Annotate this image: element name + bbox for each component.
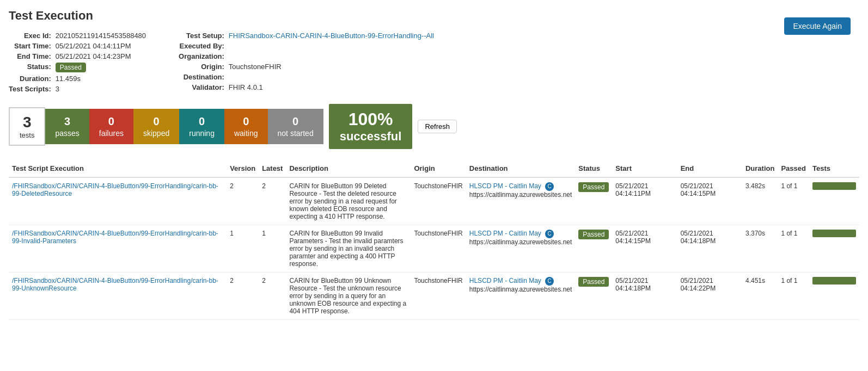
duration-label: Duration: — [9, 75, 51, 83]
waiting-box: 0 waiting — [224, 109, 268, 144]
destination-url: https://caitlinmay.azurewebsites.net — [469, 191, 572, 199]
destination-link[interactable]: HLSCD PM - Caitlin May — [469, 277, 541, 285]
results-table-section: Test Script Execution Version Latest Des… — [9, 160, 859, 320]
version-cell: 2 — [227, 177, 259, 225]
table-row: /FHIRSandbox/CARIN/CARIN-4-BlueButton/99… — [9, 225, 859, 273]
results-table: Test Script Execution Version Latest Des… — [9, 160, 859, 320]
version-cell: 2 — [227, 273, 259, 320]
skipped-num: 0 — [154, 114, 160, 128]
passed-cell: 1 of 1 — [778, 273, 809, 320]
status-cell: Passed — [575, 177, 612, 225]
test-setup-label: Test Setup: — [179, 32, 224, 40]
destination-link[interactable]: HLSCD PM - Caitlin May — [469, 182, 541, 190]
validator-label: Validator: — [179, 83, 224, 91]
progress-bar — [812, 277, 856, 285]
success-label: successful — [340, 129, 402, 144]
col-passed: Passed — [778, 160, 809, 177]
failures-box: 0 failures — [89, 109, 133, 144]
origin-value: TouchstoneFHIR — [229, 63, 434, 71]
status-label: Status: — [9, 63, 51, 72]
destination-cell: HLSCD PM - Caitlin May C https://caitlin… — [466, 225, 576, 273]
destination-value — [229, 73, 434, 81]
end-cell: 05/21/2021 04:14:18PM — [677, 225, 742, 273]
description-cell: CARIN for BlueButton 99 Invalid Paramete… — [286, 225, 411, 273]
test-setup-link[interactable]: FHIRSandbox-CARIN-CARIN-4-BlueButton-99-… — [229, 32, 434, 40]
script-link[interactable]: /FHIRSandbox/CARIN/CARIN-4-BlueButton/99… — [12, 230, 218, 245]
running-num: 0 — [199, 114, 205, 128]
passed-cell: 1 of 1 — [778, 225, 809, 273]
refresh-button[interactable]: Refresh — [418, 120, 457, 133]
running-label: running — [189, 128, 215, 138]
total-tests-num: 3 — [23, 114, 32, 131]
skipped-label: skipped — [143, 128, 169, 138]
script-link[interactable]: /FHIRSandbox/CARIN/CARIN-4-BlueButton/99… — [12, 182, 218, 197]
destination-cell: HLSCD PM - Caitlin May C https://caitlin… — [466, 177, 576, 225]
destination-link[interactable]: HLSCD PM - Caitlin May — [469, 230, 541, 237]
total-tests-box: 3 tests — [9, 107, 45, 146]
description-cell: CARIN for BlueButton 99 Deleted Resource… — [286, 177, 411, 225]
status-badge: Passed — [578, 182, 609, 192]
status-cell: Passed — [575, 273, 612, 320]
c-badge: C — [545, 277, 554, 286]
not-started-box: 0 not started — [268, 109, 323, 144]
skipped-box: 0 skipped — [133, 109, 179, 144]
table-header-row: Test Script Execution Version Latest Des… — [9, 160, 859, 177]
origin-cell: TouchstoneFHIR — [411, 225, 466, 273]
exec-id-label: Exec Id: — [9, 32, 51, 40]
col-latest: Latest — [259, 160, 286, 177]
latest-cell: 1 — [259, 225, 286, 273]
tests-cell — [809, 177, 859, 225]
waiting-num: 0 — [243, 114, 249, 128]
duration-value: 11.459s — [56, 75, 146, 83]
organization-label: Organization: — [179, 52, 224, 60]
progress-bar — [812, 182, 856, 190]
origin-label: Origin: — [179, 63, 224, 71]
script-link-cell[interactable]: /FHIRSandbox/CARIN/CARIN-4-BlueButton/99… — [9, 177, 227, 225]
duration-cell: 3.482s — [742, 177, 778, 225]
destination-label: Destination: — [179, 73, 224, 81]
passed-cell: 1 of 1 — [778, 177, 809, 225]
success-box: 100% successful — [329, 104, 413, 149]
duration-cell: 4.451s — [742, 273, 778, 320]
col-origin: Origin — [411, 160, 466, 177]
executed-by-value — [229, 42, 434, 50]
col-end: End — [677, 160, 742, 177]
start-time-value: 05/21/2021 04:14:11PM — [56, 42, 146, 50]
start-cell: 05/21/2021 04:14:18PM — [612, 273, 677, 320]
table-row: /FHIRSandbox/CARIN/CARIN-4-BlueButton/99… — [9, 177, 859, 225]
test-scripts-label: Test Scripts: — [9, 85, 51, 93]
col-start: Start — [612, 160, 677, 177]
status-cell: Passed — [575, 225, 612, 273]
running-box: 0 running — [179, 109, 224, 144]
page-title: Test Execution — [9, 9, 859, 23]
script-link[interactable]: /FHIRSandbox/CARIN/CARIN-4-BlueButton/99… — [12, 277, 218, 292]
validator-value: FHIR 4.0.1 — [229, 83, 434, 91]
execute-again-button[interactable]: Execute Again — [784, 17, 851, 35]
failures-num: 0 — [108, 114, 114, 128]
end-cell: 05/21/2021 04:14:15PM — [677, 177, 742, 225]
status-badge: Passed — [578, 277, 609, 287]
start-time-label: Start Time: — [9, 42, 51, 50]
progress-bar — [812, 230, 856, 237]
success-pct: 100% — [349, 109, 393, 129]
passes-num: 3 — [64, 114, 70, 128]
script-link-cell[interactable]: /FHIRSandbox/CARIN/CARIN-4-BlueButton/99… — [9, 273, 227, 320]
col-description: Description — [286, 160, 411, 177]
tests-cell — [809, 273, 859, 320]
status-badge: Passed — [56, 63, 146, 72]
passes-box: 3 passes — [45, 109, 89, 144]
script-link-cell[interactable]: /FHIRSandbox/CARIN/CARIN-4-BlueButton/99… — [9, 225, 227, 273]
failures-label: failures — [99, 128, 124, 138]
c-badge: C — [545, 230, 554, 238]
start-cell: 05/21/2021 04:14:11PM — [612, 177, 677, 225]
origin-cell: TouchstoneFHIR — [411, 273, 466, 320]
col-version: Version — [227, 160, 259, 177]
start-cell: 05/21/2021 04:14:15PM — [612, 225, 677, 273]
passes-label: passes — [55, 128, 79, 138]
not-started-num: 0 — [292, 114, 298, 128]
version-cell: 1 — [227, 225, 259, 273]
executed-by-label: Executed By: — [179, 42, 224, 50]
destination-cell: HLSCD PM - Caitlin May C https://caitlin… — [466, 273, 576, 320]
col-status: Status — [575, 160, 612, 177]
destination-url: https://caitlinmay.azurewebsites.net — [469, 238, 572, 246]
